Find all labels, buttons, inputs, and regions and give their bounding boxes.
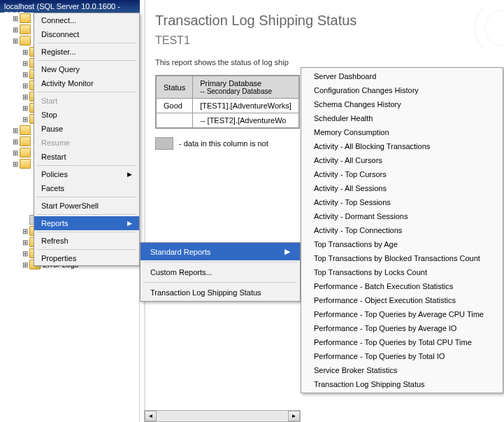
expand-icon[interactable]: ⊞ — [11, 15, 20, 22]
expand-icon[interactable]: ⊞ — [21, 93, 29, 101]
menu-item-top-transactions-by-locks-count[interactable]: Top Transactions by Locks Count — [301, 265, 503, 279]
menu-item-server-dashboard[interactable]: Server Dashboard — [301, 69, 503, 83]
cell-status — [156, 113, 193, 129]
menu-item-custom-reports[interactable]: Custom Reports... — [141, 264, 300, 281]
expand-icon[interactable]: ⊞ — [21, 250, 29, 258]
folder-icon — [20, 36, 31, 45]
report-subtitle: TEST1 — [155, 34, 494, 47]
menu-item-activity-all-cursors[interactable]: Activity - All Cursors — [301, 153, 503, 167]
menu-item-performance-top-queries-by-average-io[interactable]: Performance - Top Queries by Average IO — [301, 321, 503, 335]
menu-item-standard-reports[interactable]: Standard Reports▶ — [141, 243, 300, 260]
cell-database: -- [TEST2].[AdventureWo — [193, 113, 299, 129]
expand-icon[interactable]: ⊞ — [21, 82, 29, 90]
menu-item-connect[interactable]: Connect... — [34, 13, 139, 27]
menu-item-activity-top-sessions[interactable]: Activity - Top Sessions — [301, 195, 503, 209]
expand-icon[interactable]: ⊞ — [11, 138, 20, 146]
menu-item-stop[interactable]: Stop — [34, 108, 139, 122]
menu-separator — [37, 92, 136, 92]
menu-separator — [143, 282, 297, 283]
menu-item-refresh[interactable]: Refresh — [34, 234, 139, 248]
expand-icon[interactable]: ⊞ — [21, 227, 29, 235]
menu-separator — [37, 249, 136, 250]
expand-icon[interactable]: ⊞ — [11, 149, 20, 157]
menu-item-resume: Resume — [34, 136, 139, 150]
menu-item-performance-top-queries-by-average-cpu-time[interactable]: Performance - Top Queries by Average CPU… — [301, 307, 503, 321]
expand-icon[interactable]: ⊞ — [21, 239, 29, 246]
menu-item-performance-object-execution-statistics[interactable]: Performance - Object Execution Statistic… — [301, 293, 503, 307]
cell-database: [TEST1].[AdventureWorks] — [193, 99, 299, 113]
scroll-track[interactable] — [157, 411, 288, 421]
menu-item-register[interactable]: Register... — [34, 45, 139, 59]
decorative-swirl — [454, 7, 503, 49]
expand-icon[interactable]: ⊞ — [21, 59, 29, 67]
expand-icon[interactable]: ⊞ — [11, 160, 20, 168]
menu-separator — [37, 43, 136, 43]
legend-text: - data in this column is not — [179, 139, 268, 148]
expand-icon[interactable]: ⊞ — [11, 127, 20, 134]
table-row: -- [TEST2].[AdventureWo — [156, 113, 299, 129]
folder-icon — [20, 159, 31, 169]
menu-item-policies[interactable]: Policies▶ — [34, 167, 139, 181]
folder-icon — [20, 136, 31, 146]
menu-item-activity-dormant-sessions[interactable]: Activity - Dormant Sessions — [301, 209, 503, 223]
menu-item-restart[interactable]: Restart — [34, 150, 139, 164]
folder-icon — [20, 148, 31, 157]
horizontal-scrollbar[interactable]: ◄ ► — [144, 410, 301, 422]
menu-separator — [37, 60, 136, 61]
menu-separator — [37, 232, 136, 232]
menu-item-disconnect[interactable]: Disconnect — [34, 27, 139, 41]
expand-icon[interactable]: ⊞ — [21, 104, 29, 112]
expand-icon[interactable]: ⊞ — [21, 115, 29, 123]
expand-icon[interactable]: ⊞ — [21, 71, 29, 78]
menu-item-top-transactions-by-age[interactable]: Top Transactions by Age — [301, 237, 503, 251]
menu-separator — [37, 214, 136, 215]
menu-item-service-broker-statistics[interactable]: Service Broker Statistics — [301, 363, 503, 377]
menu-item-scheduler-health[interactable]: Scheduler Health — [301, 111, 503, 125]
reports-submenu[interactable]: Standard Reports▶Custom Reports...Transa… — [140, 242, 301, 302]
svg-point-0 — [475, 7, 503, 49]
menu-item-activity-monitor[interactable]: Activity Monitor — [34, 76, 139, 90]
menu-item-top-transactions-by-blocked-transactions-count[interactable]: Top Transactions by Blocked Transactions… — [301, 251, 503, 265]
svg-point-1 — [485, 10, 503, 45]
expand-icon[interactable]: ⊞ — [21, 48, 29, 56]
submenu-arrow-icon: ▶ — [127, 220, 132, 227]
menu-item-properties[interactable]: Properties — [34, 251, 139, 265]
folder-icon — [20, 24, 31, 34]
status-table: Status Primary Database -- Secondary Dat… — [155, 75, 300, 129]
cell-status: Good — [156, 99, 193, 113]
menu-item-activity-top-connections[interactable]: Activity - Top Connections — [301, 223, 503, 237]
submenu-arrow-icon: ▶ — [285, 247, 290, 256]
menu-item-transaction-log-shipping-status[interactable]: Transaction Log Shipping Status — [301, 377, 503, 391]
expand-icon[interactable]: ⊞ — [11, 26, 20, 34]
col-status: Status — [156, 76, 193, 99]
menu-item-start: Start — [34, 94, 139, 108]
server-context-menu[interactable]: Connect...DisconnectRegister...New Query… — [34, 13, 140, 266]
menu-item-activity-top-cursors[interactable]: Activity - Top Cursors — [301, 167, 503, 181]
menu-item-performance-top-queries-by-total-cpu-time[interactable]: Performance - Top Queries by Total CPU T… — [301, 335, 503, 349]
folder-icon — [20, 125, 31, 135]
scroll-right-button[interactable]: ► — [288, 411, 300, 421]
scroll-left-button[interactable]: ◄ — [145, 411, 157, 421]
menu-item-reports[interactable]: Reports▶ — [34, 216, 139, 230]
menu-item-performance-batch-execution-statistics[interactable]: Performance - Batch Execution Statistics — [301, 279, 503, 293]
menu-item-schema-changes-history[interactable]: Schema Changes History — [301, 97, 503, 111]
menu-item-configuration-changes-history[interactable]: Configuration Changes History — [301, 83, 503, 97]
standard-reports-menu[interactable]: Server DashboardConfiguration Changes Hi… — [301, 67, 503, 393]
menu-item-performance-top-queries-by-total-io[interactable]: Performance - Top Queries by Total IO — [301, 349, 503, 363]
menu-item-facets[interactable]: Facets — [34, 181, 139, 195]
menu-item-memory-consumption[interactable]: Memory Consumption — [301, 125, 503, 139]
expand-icon[interactable]: ⊞ — [21, 261, 29, 269]
menu-item-activity-all-sessions[interactable]: Activity - All Sessions — [301, 181, 503, 195]
menu-item-pause[interactable]: Pause — [34, 122, 139, 136]
menu-item-new-query[interactable]: New Query — [34, 62, 139, 76]
report-description: This report shows the status of log ship — [155, 58, 494, 66]
report-title: Transaction Log Shipping Status — [155, 13, 494, 29]
menu-item-start-powershell[interactable]: Start PowerShell — [34, 199, 139, 213]
submenu-arrow-icon: ▶ — [127, 171, 132, 178]
table-row: Good[TEST1].[AdventureWorks] — [156, 99, 299, 113]
menu-item-transaction-log-shipping-status[interactable]: Transaction Log Shipping Status — [141, 284, 300, 301]
menu-separator — [37, 165, 136, 166]
legend-swatch — [155, 137, 173, 150]
expand-icon[interactable]: ⊞ — [11, 37, 20, 45]
menu-item-activity-all-blocking-transactions[interactable]: Activity - All Blocking Transactions — [301, 139, 503, 153]
